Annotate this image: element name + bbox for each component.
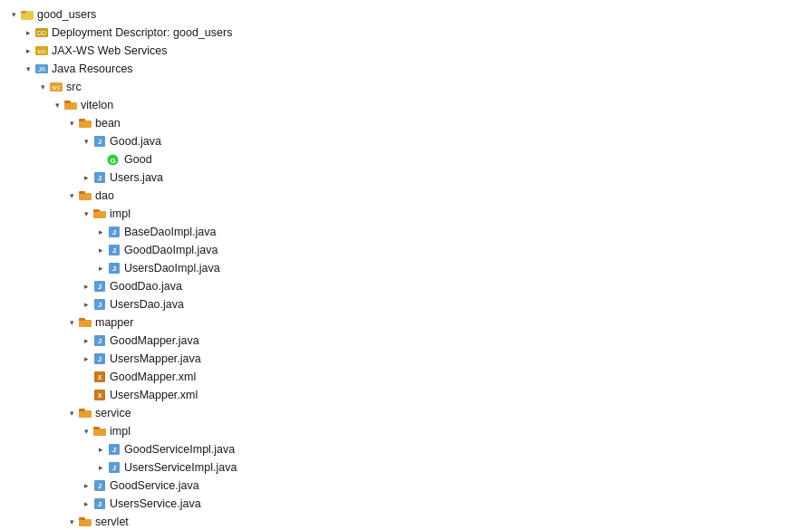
svg-rect-21 bbox=[79, 191, 85, 194]
java-gooddao-icon: J bbox=[92, 279, 107, 294]
tree-item-goodmapper-xml[interactable]: X GoodMapper.xml bbox=[80, 368, 812, 386]
toggle-impl-dao[interactable] bbox=[80, 207, 92, 220]
toggle-usersserviceimpl[interactable] bbox=[94, 461, 107, 474]
svg-text:J: J bbox=[112, 265, 116, 273]
tree-item-gooddaoimpl[interactable]: J GoodDaoImpl.java bbox=[94, 241, 812, 259]
toggle-dao[interactable] bbox=[65, 189, 78, 202]
src-children: vitelon bean bbox=[51, 96, 812, 530]
goodmapper-xml-label: GoodMapper.xml bbox=[110, 371, 196, 383]
toggle-servlet[interactable] bbox=[65, 516, 78, 528]
tree-item-gooddao[interactable]: J GoodDao.java bbox=[80, 277, 812, 295]
tree-item-javaresources[interactable]: JR Java Resources bbox=[22, 60, 812, 78]
svg-text:J: J bbox=[98, 301, 102, 309]
toggle-basedaoimpl[interactable] bbox=[94, 226, 107, 238]
usersmapper-xml-label: UsersMapper.xml bbox=[110, 389, 198, 401]
tree-item-impl-service[interactable]: impl bbox=[80, 422, 812, 440]
toggle-impl-service[interactable] bbox=[80, 425, 92, 438]
svg-text:J: J bbox=[112, 246, 116, 255]
svg-rect-11 bbox=[64, 101, 71, 103]
toggle-mapper[interactable] bbox=[65, 316, 78, 329]
tree-item-usersmapper-xml[interactable]: X UsersMapper.xml bbox=[80, 386, 812, 404]
toggle-src[interactable] bbox=[36, 81, 49, 93]
toggle-root[interactable] bbox=[7, 8, 20, 21]
package-vitelon-icon bbox=[63, 98, 78, 112]
svg-text:WS: WS bbox=[37, 49, 46, 54]
tree-item-usersmapper-java[interactable]: J UsersMapper.java bbox=[80, 350, 812, 368]
toggle-goodserviceimpl[interactable] bbox=[94, 443, 107, 456]
tree-item-users-java[interactable]: J Users.java bbox=[80, 169, 812, 187]
servlet-label: servlet bbox=[95, 516, 129, 528]
usersdao-label: UsersDao.java bbox=[110, 298, 184, 311]
tree-item-goodmapper-java[interactable]: J GoodMapper.java bbox=[80, 332, 812, 350]
svg-rect-1 bbox=[21, 11, 26, 14]
tree-item-mapper[interactable]: mapper bbox=[65, 313, 812, 332]
toggle-javaresources[interactable] bbox=[22, 63, 34, 75]
tree-item-usersdaoimpl[interactable]: J UsersDaoImpl.java bbox=[94, 259, 812, 277]
tree-item-jaxws[interactable]: WS JAX-WS Web Services bbox=[22, 42, 812, 60]
tree-item-usersdao[interactable]: J UsersDao.java bbox=[80, 295, 812, 313]
toggle-deployment[interactable] bbox=[22, 26, 34, 39]
goodmapper-java-label: GoodMapper.java bbox=[110, 334, 199, 347]
svg-text:G: G bbox=[110, 156, 115, 164]
tree-item-servlet[interactable]: servlet bbox=[65, 513, 812, 530]
tree-item-dao[interactable]: dao bbox=[65, 187, 812, 205]
usersserviceimpl-label: UsersServiceImpl.java bbox=[124, 461, 237, 474]
toggle-usersdaoimpl[interactable] bbox=[94, 262, 107, 275]
tree-item-src[interactable]: src src bbox=[36, 78, 812, 96]
package-impl-service-icon bbox=[92, 424, 107, 438]
toggle-goodmapper-java[interactable] bbox=[80, 334, 92, 347]
svg-text:J: J bbox=[98, 337, 102, 345]
service-children: impl J GoodServiceImpl.java bbox=[80, 422, 812, 513]
toggle-good-java[interactable] bbox=[80, 135, 92, 148]
svg-text:J: J bbox=[98, 355, 102, 363]
toggle-users-java[interactable] bbox=[80, 171, 92, 184]
circle-green-icon: G bbox=[107, 152, 121, 167]
tree-item-usersserviceimpl[interactable]: J UsersServiceImpl.java bbox=[94, 458, 812, 477]
tree-item-good-java[interactable]: J Good.java bbox=[80, 132, 812, 150]
goodserviceimpl-label: GoodServiceImpl.java bbox=[124, 443, 235, 456]
vitelon-label: vitelon bbox=[81, 99, 113, 111]
toggle-jaxws[interactable] bbox=[22, 44, 34, 57]
toggle-service[interactable] bbox=[65, 407, 78, 419]
tree-item-basedaoimpl[interactable]: J BaseDaoImpl.java bbox=[94, 223, 812, 241]
toggle-bean[interactable] bbox=[65, 117, 78, 130]
vitelon-children: bean J Good.java bbox=[65, 114, 812, 530]
toggle-vitelon[interactable] bbox=[51, 99, 63, 111]
java-usersdaoimpl-icon: J bbox=[107, 261, 121, 275]
svg-text:src: src bbox=[52, 84, 61, 91]
svg-rect-56 bbox=[79, 519, 92, 526]
service-label: service bbox=[95, 407, 131, 419]
impl-service-label: impl bbox=[110, 425, 130, 438]
java-gooddaoimpl-icon: J bbox=[107, 243, 121, 257]
xml-usersmapper-icon: X bbox=[92, 388, 107, 402]
tree-item-vitelon[interactable]: vitelon bbox=[51, 96, 812, 114]
toggle-usersservice[interactable] bbox=[80, 497, 92, 510]
tree-item-usersservice[interactable]: J UsersService.java bbox=[80, 495, 812, 513]
tree-item-bean[interactable]: bean bbox=[65, 114, 812, 132]
toggle-gooddao[interactable] bbox=[80, 280, 92, 293]
tree-item-goodserviceimpl[interactable]: J GoodServiceImpl.java bbox=[94, 440, 812, 458]
toggle-goodservice[interactable] bbox=[80, 479, 92, 492]
mapper-children: J GoodMapper.java J UsersMapper.java bbox=[80, 332, 812, 404]
tree-item-impl-dao[interactable]: impl bbox=[80, 205, 812, 223]
tree-item-service[interactable]: service bbox=[65, 404, 812, 422]
java-users-icon: J bbox=[92, 170, 107, 185]
tree-item-goodservice[interactable]: J GoodService.java bbox=[80, 477, 812, 495]
tree-item-deployment[interactable]: DD Deployment Descriptor: good_users bbox=[22, 24, 812, 42]
goodservice-label: GoodService.java bbox=[110, 479, 199, 492]
tree-root[interactable]: good_users bbox=[7, 5, 812, 24]
impl-dao-children: J BaseDaoImpl.java J GoodDaoImpl. bbox=[94, 223, 812, 277]
impl-service-children: J GoodServiceImpl.java J UsersSer bbox=[94, 440, 812, 477]
svg-rect-22 bbox=[93, 211, 106, 218]
svg-rect-20 bbox=[79, 193, 92, 200]
toggle-usersmapper-java[interactable] bbox=[80, 352, 92, 365]
usersservice-label: UsersService.java bbox=[110, 497, 201, 510]
java-usersdao-icon: J bbox=[92, 297, 107, 312]
tree-item-good-class[interactable]: G Good bbox=[94, 150, 812, 169]
svg-rect-35 bbox=[79, 318, 85, 321]
toggle-usersdao[interactable] bbox=[80, 298, 92, 311]
svg-text:JR: JR bbox=[38, 66, 46, 72]
svg-rect-46 bbox=[93, 429, 106, 436]
toggle-gooddaoimpl[interactable] bbox=[94, 244, 107, 256]
svg-rect-57 bbox=[79, 517, 85, 520]
